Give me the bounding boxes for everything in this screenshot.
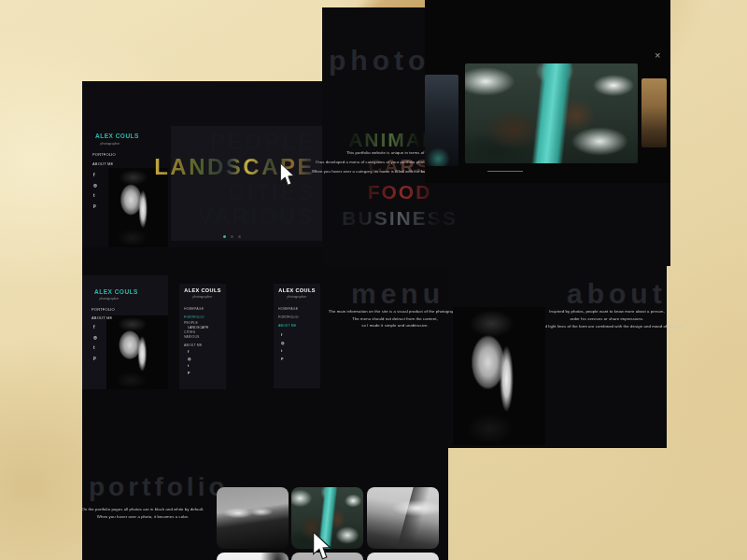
portfolio-photo-thumbnail[interactable]	[217, 553, 289, 560]
menu-item-about-me-active[interactable]: ABOUT ME	[278, 324, 296, 328]
sidebar-item-about-me[interactable]: ABOUT ME	[92, 162, 113, 166]
menu-item-portfolio[interactable]: PORTFOLIO	[278, 315, 299, 319]
photographer-portrait-large	[453, 307, 545, 445]
slider-dot-active[interactable]	[223, 235, 226, 238]
twitter-icon[interactable]	[281, 349, 282, 353]
portfolio-photo-thumbnail-misty-bw[interactable]	[367, 487, 439, 549]
instagram-icon[interactable]	[93, 335, 97, 340]
facebook-icon[interactable]	[281, 333, 282, 337]
brand-tagline: photographer	[278, 295, 316, 299]
sidebar-item-about-me[interactable]: ABOUT ME	[92, 316, 112, 320]
section-title-photo: photo	[329, 47, 430, 75]
category-food[interactable]: FOOD	[306, 182, 493, 202]
cursor-pointer	[312, 532, 331, 560]
design-presentation-canvas: ALEX COULS photographer PORTFOLIO ABOUT …	[0, 0, 747, 560]
lightbox-next-photo[interactable]	[641, 78, 667, 147]
facebook-icon[interactable]	[93, 173, 95, 177]
menu-item-portfolio-active[interactable]: PORTFOLIO	[184, 315, 204, 319]
section-title-about: about	[567, 280, 667, 308]
lightbox-caption-line	[487, 171, 523, 172]
facebook-icon[interactable]	[188, 350, 189, 354]
slider-dot[interactable]	[231, 235, 233, 238]
slider-dot[interactable]	[238, 235, 241, 238]
brand-logo[interactable]: ALEX COULS	[182, 287, 224, 293]
slide-category-various[interactable]: VARIOUS	[198, 205, 315, 228]
menu-subitem-various[interactable]: VARIOUS	[184, 335, 200, 339]
brand-tagline: photographer	[92, 142, 129, 146]
portfolio-photo-thumbnail[interactable]	[367, 553, 439, 560]
brand-logo[interactable]: ALEX COULS	[95, 133, 139, 139]
pinterest-icon[interactable]	[281, 357, 283, 360]
sidebar-item-portfolio[interactable]: PORTFOLIO	[92, 308, 115, 312]
twitter-icon[interactable]	[93, 193, 95, 198]
slide-category-cities[interactable]: CITIES	[229, 181, 315, 203]
menu-subitem-landscape-current[interactable]: LANDSCAPE	[188, 326, 209, 329]
pinterest-icon[interactable]	[188, 371, 190, 374]
instagram-icon[interactable]	[93, 183, 97, 188]
photographer-portrait-small	[108, 168, 168, 247]
menu-subitem-people[interactable]: PEOPLE	[184, 321, 198, 325]
twitter-icon[interactable]	[188, 364, 189, 368]
cursor-pointer	[279, 163, 295, 187]
facebook-icon[interactable]	[93, 325, 95, 329]
sidebar-item-portfolio[interactable]: PORTFOLIO	[92, 153, 116, 157]
menu-item-homepage[interactable]: HOMEPAGE	[278, 307, 298, 311]
menu-item-homepage[interactable]: HOMEPAGE	[184, 307, 204, 311]
lightbox-prev-photo[interactable]	[425, 75, 458, 166]
menu-subitem-cities[interactable]: CITIES	[184, 330, 195, 334]
menu-item-about-me[interactable]: ABOUT ME	[184, 343, 202, 347]
photographer-portrait-small	[106, 315, 168, 389]
section-title-portfolio: portfolio	[89, 474, 229, 500]
close-icon[interactable]: ×	[655, 50, 660, 61]
lightbox-main-photo[interactable]	[465, 63, 638, 163]
brand-tagline: photographer	[184, 295, 221, 299]
category-business[interactable]: BUSINESS	[306, 208, 493, 228]
brand-logo[interactable]: ALEX COULS	[276, 287, 318, 293]
pinterest-icon[interactable]	[93, 203, 96, 208]
instagram-icon[interactable]	[188, 357, 190, 361]
section-title-menu: menu	[351, 280, 444, 308]
brand-tagline: photographer	[91, 297, 128, 301]
slide-category-people[interactable]: PEOPLE	[210, 131, 315, 153]
instagram-icon[interactable]	[281, 342, 284, 345]
twitter-icon[interactable]	[93, 345, 95, 350]
pinterest-icon[interactable]	[93, 356, 96, 360]
portfolio-photo-thumbnail-mountains-bw[interactable]	[217, 487, 289, 549]
brand-logo[interactable]: ALEX COULS	[94, 288, 138, 295]
